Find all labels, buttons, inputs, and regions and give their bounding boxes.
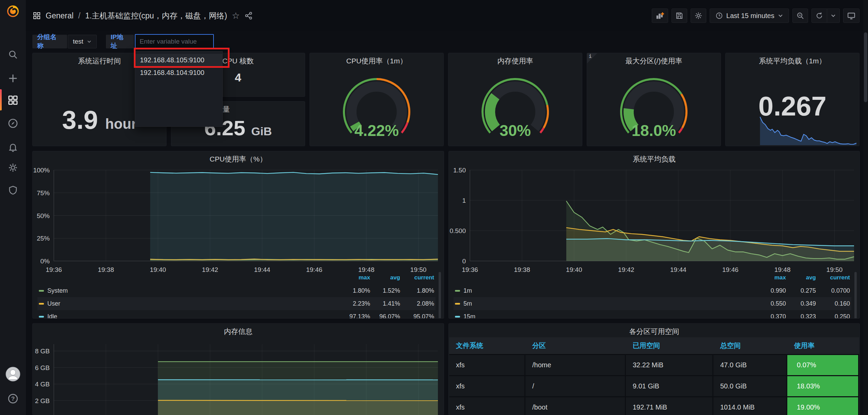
table-cell: 47.0 GiB xyxy=(713,355,787,376)
load1-sparkline xyxy=(726,53,859,146)
explore-compass-icon[interactable] xyxy=(0,114,26,132)
panel-cpu-usage-chart: CPU使用率（%） 0%25%50%75%100%19:3619:3819:40… xyxy=(32,151,444,319)
series-color-swatch xyxy=(39,316,44,318)
star-icon[interactable]: ☆ xyxy=(232,11,240,21)
legend-header: maxavgcurrent xyxy=(454,271,851,284)
table-row: xfs/boot192.71 MiB1014.0 MiB19.00% xyxy=(449,397,859,415)
configuration-gear-icon[interactable] xyxy=(0,159,26,176)
legend-row-5m[interactable]: 5m0.5500.3490.160 xyxy=(454,297,851,310)
legend-col-avg[interactable]: avg xyxy=(786,274,816,281)
panel-title[interactable]: 内存使用率 xyxy=(448,56,582,66)
svg-text:2 GB: 2 GB xyxy=(35,397,50,404)
legend-series-System[interactable]: System xyxy=(39,287,339,294)
legend-stat-value: 0.349 xyxy=(786,300,816,307)
panel-title[interactable]: 系统平均负载（1m） xyxy=(726,56,859,66)
dropdown-option-1[interactable]: 192.168.48.105:9100 xyxy=(135,54,222,66)
legend-series-User[interactable]: User xyxy=(39,300,339,307)
variable-value-group[interactable]: test xyxy=(68,35,97,48)
page-title[interactable]: 1.主机基础监控(cpu，内存，磁盘，网络) xyxy=(85,11,227,21)
help-icon[interactable]: ? xyxy=(0,390,26,408)
panel-title[interactable]: CPU使用率（1m） xyxy=(310,56,443,66)
user-avatar[interactable] xyxy=(0,365,26,383)
refresh-button-group xyxy=(811,9,840,23)
refresh-interval-dropdown[interactable] xyxy=(827,9,840,23)
svg-text:50%: 50% xyxy=(37,212,50,219)
legend-col-max[interactable]: max xyxy=(755,274,786,281)
search-icon[interactable] xyxy=(0,46,26,63)
table-header[interactable]: 文件系统 xyxy=(449,337,525,355)
legend-row-User[interactable]: User2.23%1.41%2.08% xyxy=(37,297,436,310)
table-header[interactable]: 使用率 xyxy=(787,337,859,355)
legend-stat-value: 0.990 xyxy=(755,287,786,294)
legend-row-Idle[interactable]: Idle97.13%96.07%95.07% xyxy=(37,310,436,319)
table-cell: 18.03% xyxy=(787,376,859,397)
panel-info-corner-icon[interactable]: i xyxy=(587,53,597,63)
table-cell: xfs xyxy=(449,397,525,415)
panel-gauge-cpu: CPU使用率（1m） 4.22% xyxy=(310,53,444,146)
page-scrollbar-thumb[interactable] xyxy=(864,32,867,102)
legend-series-15m[interactable]: 15m xyxy=(455,313,755,319)
refresh-button[interactable] xyxy=(811,9,827,23)
table-header[interactable]: 已用空间 xyxy=(626,337,713,355)
share-icon[interactable] xyxy=(244,12,253,20)
table-header[interactable]: 总空间 xyxy=(713,337,787,355)
legend-stat-value: 1.80% xyxy=(339,287,370,294)
group-value-text: test xyxy=(73,38,83,45)
breadcrumb-section[interactable]: General xyxy=(46,11,74,20)
server-admin-shield-icon[interactable] xyxy=(0,181,26,199)
grafana-logo[interactable] xyxy=(5,3,21,19)
save-dashboard-button[interactable] xyxy=(672,9,687,23)
variable-label-ip: IP地址 xyxy=(106,35,134,48)
dashboards-icon[interactable] xyxy=(0,91,26,109)
table-cell: 50.0 GiB xyxy=(713,376,787,397)
legend-stat-value: 96.07% xyxy=(370,313,400,319)
legend-col-current[interactable]: current xyxy=(400,274,434,281)
legend-series-1m[interactable]: 1m xyxy=(455,287,755,294)
table-header[interactable]: 分区 xyxy=(525,337,626,355)
create-plus-icon[interactable] xyxy=(0,70,26,87)
dashboard-settings-button[interactable] xyxy=(691,9,706,23)
dashboard-grid-icon xyxy=(33,12,41,20)
legend-row-1m[interactable]: 1m0.9900.2750.0700 xyxy=(454,284,851,297)
panel-title[interactable]: 系统平均负载 xyxy=(449,154,859,164)
legend-col-current[interactable]: current xyxy=(816,274,850,281)
panel-title[interactable]: 最大分区(/)使用率 xyxy=(587,56,721,66)
cycle-view-mode-button[interactable] xyxy=(843,9,859,23)
table-row: xfs/9.01 GiB50.0 GiB18.03% xyxy=(449,376,859,397)
panel-title[interactable]: 内存信息 xyxy=(33,327,444,336)
dropdown-option-2[interactable]: 192.168.48.104:9100 xyxy=(135,66,222,79)
series-color-swatch xyxy=(39,303,44,305)
svg-text:100%: 100% xyxy=(33,167,50,174)
legend-series-Idle[interactable]: Idle xyxy=(39,313,339,319)
panel-title[interactable]: CPU使用率（%） xyxy=(33,154,444,164)
legend-series-5m[interactable]: 5m xyxy=(455,300,755,307)
add-panel-button[interactable] xyxy=(652,9,668,23)
legend-stat-value: 0.550 xyxy=(755,300,786,307)
legend-col-max[interactable]: max xyxy=(339,274,370,281)
panel-title[interactable]: 各分区可用空间 xyxy=(449,327,859,336)
legend-scrollbar[interactable] xyxy=(854,272,857,319)
zoom-out-button[interactable] xyxy=(792,9,808,23)
legend-col-avg[interactable]: avg xyxy=(370,274,400,281)
grafana-dashboard: ? General / 1.主机基础监控(cpu，内存，磁盘，网络) ☆ La xyxy=(0,0,868,415)
series-color-swatch xyxy=(39,290,44,292)
legend-stat-value: 1.41% xyxy=(370,300,400,307)
legend-stat-value: 0.323 xyxy=(786,313,816,319)
load-legend: maxavgcurrent1m0.9900.2750.07005m0.5500.… xyxy=(454,271,851,319)
legend-stat-value: 1.52% xyxy=(370,287,400,294)
panel-system-load-chart: 系统平均负载 00.50011.5019:3619:3819:4019:4219… xyxy=(448,151,860,319)
legend-stat-value: 0.275 xyxy=(786,287,816,294)
ip-variable-input[interactable] xyxy=(135,34,214,49)
panel-memory-info: 内存信息 2 GB4 GB6 GB8 GB xyxy=(32,323,444,415)
svg-text:0%: 0% xyxy=(41,258,50,265)
page-scrollbar-track xyxy=(863,0,868,415)
alerting-bell-icon[interactable] xyxy=(0,138,26,156)
chevron-down-icon xyxy=(831,13,836,18)
time-range-picker[interactable]: Last 15 minutes xyxy=(710,9,789,23)
legend-row-System[interactable]: System1.80%1.52%1.80% xyxy=(37,284,436,297)
legend-row-15m[interactable]: 15m0.3700.3230.250 xyxy=(454,310,851,319)
legend-stat-value: 0.370 xyxy=(755,313,786,319)
legend-scrollbar[interactable] xyxy=(439,272,441,319)
svg-text:0.500: 0.500 xyxy=(449,227,466,234)
panel-gauge-partition: i 最大分区(/)使用率 18.0% xyxy=(587,53,721,146)
